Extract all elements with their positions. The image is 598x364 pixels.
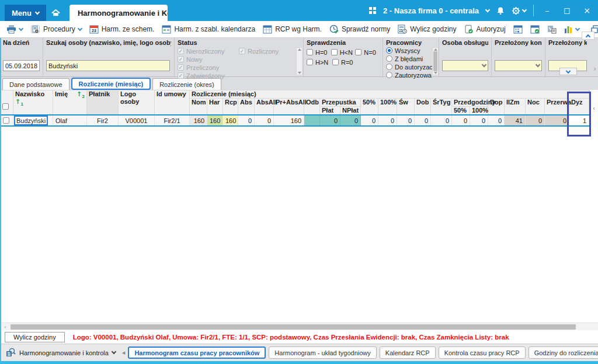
- procedury-button[interactable]: Procedury: [27, 23, 85, 35]
- col-nazwisko[interactable]: Nazwisko ↑1: [13, 90, 53, 116]
- menu-button[interactable]: Menu: [5, 5, 46, 21]
- cell-pr-absall[interactable]: 160: [274, 115, 304, 126]
- sprawdzenia-option[interactable]: R=0: [332, 58, 358, 66]
- wylicz-godziny-button[interactable]: Wylicz godziny: [395, 23, 459, 35]
- cell-id-umowy[interactable]: Fir2/1: [155, 115, 190, 126]
- cell-iizm[interactable]: 41: [505, 115, 526, 126]
- print-button[interactable]: [4, 24, 26, 35]
- status-option[interactable]: ✓ Przeliczony: [178, 64, 239, 71]
- col-przepustka-nplat[interactable]: NPłat: [340, 107, 361, 116]
- przelozony-kontrola-select[interactable]: [495, 60, 542, 71]
- cell-50[interactable]: 0: [361, 115, 378, 126]
- select-all-header[interactable]: [1, 90, 13, 116]
- col-przedgodziny-100[interactable]: 100%: [470, 107, 488, 116]
- report-button[interactable]: [544, 23, 559, 35]
- minimize-button[interactable]: –: [541, 6, 554, 15]
- row-select-cell[interactable]: [1, 115, 13, 126]
- search-person-input[interactable]: Budzyński: [46, 60, 170, 71]
- col-rcp[interactable]: Rcp: [223, 99, 238, 116]
- sprawdzenia-option[interactable]: H=0: [307, 48, 331, 56]
- col-dyz[interactable]: Dyz: [569, 99, 589, 116]
- col-przedgodziny-50[interactable]: 50%: [452, 107, 470, 116]
- pracownicy-option[interactable]: Zautoryzowa: [386, 71, 436, 79]
- col-har[interactable]: Har: [207, 99, 223, 116]
- panel-right-arrow-icon[interactable]: ›: [593, 65, 596, 73]
- bell-icon[interactable]: [496, 6, 505, 15]
- col-100[interactable]: 100%: [378, 99, 397, 116]
- cell-platnik[interactable]: Fir2: [87, 115, 119, 126]
- col-iizm[interactable]: IIZm: [505, 99, 526, 116]
- scroll-up-icon[interactable]: [298, 48, 301, 51]
- pracownicy-option[interactable]: Wszyscy: [386, 47, 436, 54]
- pracownicy-scrollbar[interactable]: [432, 47, 439, 75]
- col-absall[interactable]: AbsAll: [255, 99, 274, 116]
- status-option[interactable]: ✓ Rozliczony: [239, 47, 290, 55]
- cell-odb[interactable]: [304, 115, 320, 126]
- home-button[interactable]: [46, 5, 66, 21]
- maximize-button[interactable]: □: [561, 6, 573, 15]
- col-abs[interactable]: Abs: [238, 99, 255, 116]
- cell-logo-osoby[interactable]: V00001: [119, 115, 155, 126]
- col-id-umowy[interactable]: Id umowy: [155, 90, 190, 116]
- cell-pg50[interactable]: 0: [452, 115, 470, 126]
- col-50[interactable]: 50%: [361, 99, 378, 116]
- bottom-tab-godziny-do-rozliczenia[interactable]: Godziny do rozliczenia: [529, 346, 598, 359]
- cell-dyz[interactable]: 1: [569, 115, 589, 126]
- col-noc[interactable]: Noc: [526, 99, 545, 116]
- cell-nazwisko[interactable]: Budzyński: [13, 115, 53, 126]
- module-selector[interactable]: Harmonogramowanie i kontrola: [2, 348, 119, 358]
- col-platnik[interactable]: Płatnik: [87, 90, 119, 116]
- harm-szabl-button[interactable]: Harm. z szabl. kalendarza: [159, 23, 258, 35]
- rcp-wg-harm-button[interactable]: RCP wg Harm.: [260, 23, 325, 35]
- table-row[interactable]: Budzyński Olaf Fir2 V00001 Fir2/1 160 16…: [1, 115, 589, 126]
- chart-menu-button[interactable]: [561, 24, 582, 34]
- company-selector[interactable]: 2 - Nasza firma 0 - centrala: [383, 6, 479, 15]
- calendar-check-button[interactable]: [527, 23, 543, 35]
- scroll-down-icon[interactable]: [434, 72, 437, 74]
- bottom-tab-kontrola-czasu-pracy[interactable]: Kontrola czasu pracy RCP: [439, 346, 526, 359]
- pracownicy-option[interactable]: Z błędami: [386, 55, 436, 62]
- col-odb[interactable]: Odb: [304, 99, 320, 116]
- scrollbar-thumb[interactable]: [433, 51, 437, 71]
- cell-rcp[interactable]: 160: [223, 115, 238, 126]
- cell-sw[interactable]: 0: [397, 115, 415, 126]
- cell-srtyg[interactable]: 0: [431, 115, 452, 126]
- col-logo-osoby[interactable]: Logo osoby: [119, 90, 155, 116]
- col-przerwa[interactable]: Przerwa: [545, 99, 569, 116]
- pracownicy-option[interactable]: Do autoryzac: [386, 63, 436, 71]
- tab-rozliczenie-miesiac[interactable]: Rozliczenie (miesiąc): [71, 78, 151, 90]
- date-input[interactable]: 05.09.2018: [3, 60, 40, 71]
- cell-nom[interactable]: 160: [190, 115, 207, 126]
- scroll-down-icon[interactable]: [298, 72, 301, 74]
- cell-plat[interactable]: 0: [320, 115, 340, 126]
- osoba-obslugujaca-select[interactable]: [442, 60, 488, 71]
- status-option[interactable]: ✓ Zatwierdzony: [178, 72, 239, 79]
- col-srtyg[interactable]: ŚrTyg: [431, 99, 452, 116]
- close-button[interactable]: ×: [580, 6, 593, 15]
- bottom-tab-uklad-tygodniowy[interactable]: Harmonogram - układ tygodniowy: [269, 346, 376, 359]
- cell-pg100[interactable]: 0: [470, 115, 488, 126]
- select-all-checkbox[interactable]: [2, 103, 9, 110]
- status-option[interactable]: ✓ Nierozliczony: [178, 47, 239, 55]
- col-nom[interactable]: Nom: [190, 99, 207, 116]
- vertical-scrollbar[interactable]: ‹: [589, 90, 598, 127]
- wylicz-godziny-footer-button[interactable]: Wylicz godziny: [5, 332, 65, 342]
- bottom-tab-kalendarz-rcp[interactable]: Kalendarz RCP: [380, 346, 436, 359]
- tab-rozliczenie-okres[interactable]: Rozliczenie (okres): [152, 78, 221, 90]
- apps-grid-icon[interactable]: [369, 7, 376, 14]
- company-chevron-icon[interactable]: [485, 7, 490, 12]
- horizontal-scrollbar[interactable]: ‹: [0, 323, 598, 330]
- sprawdz-normy-button[interactable]: Sprawdź normy: [326, 23, 393, 35]
- col-dop[interactable]: Dop: [488, 99, 505, 116]
- window-tab[interactable]: Harmonogramowanie i Kont: [69, 5, 168, 21]
- col-imie[interactable]: Imię ↑2: [53, 90, 87, 116]
- kadry-expand-button[interactable]: [559, 68, 577, 75]
- status-scrollbar[interactable]: [296, 47, 303, 75]
- col-przepustka-plat[interactable]: Płat: [320, 107, 340, 116]
- tab-dane-podstawowe[interactable]: Dane podstawowe: [2, 78, 69, 90]
- sprawdzenia-option[interactable]: H>N: [307, 58, 332, 66]
- cell-noc[interactable]: 0: [526, 115, 545, 126]
- cell-nplat[interactable]: 0: [340, 115, 361, 126]
- col-dob[interactable]: Dob: [415, 99, 431, 116]
- cell-dop[interactable]: 0: [488, 115, 505, 126]
